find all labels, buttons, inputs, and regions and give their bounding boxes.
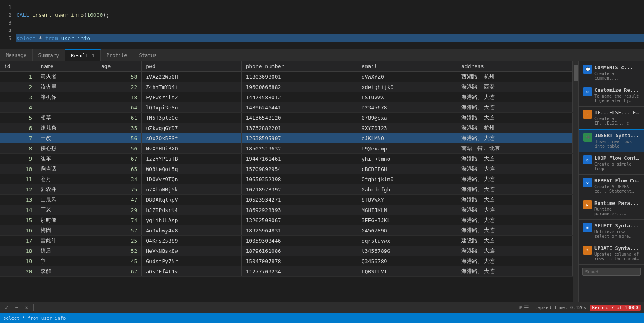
tab-summary[interactable]: Summary	[33, 49, 66, 61]
minus-icon[interactable]: −	[13, 303, 20, 312]
table-row[interactable]: 17雷此斗25O4KnsZs88910059308446dqrstuvwx建设路…	[0, 236, 573, 246]
panel-item-select[interactable]: ⊞ SELECT Synta... Retrieve rows select o…	[579, 220, 644, 242]
table-row[interactable]: 2汝火里22Z4hYTmYD4i19600666882xdefghijk0海港路…	[0, 82, 573, 92]
table-row[interactable]: 18慎后52HeVKNBsk8w18796161086t3456789G海港路,…	[0, 246, 573, 256]
table-cell: 10	[0, 164, 36, 174]
table-cell: 雷此斗	[36, 236, 97, 246]
col-header-id[interactable]: id	[0, 61, 36, 71]
table-cell: 海港路, 大连	[457, 184, 573, 195]
table-row[interactable]: 464lQ3xpi3eSu14896246441D2345678海港路, 大连	[0, 102, 573, 113]
table-cell: LSTUVWX	[357, 92, 457, 102]
tab-result1[interactable]: Result 1	[65, 49, 101, 61]
table-cell: 9XYZ0123	[357, 123, 457, 133]
panel-item-repeat[interactable]: ↺ REPEAT Flow Co... Create A REPEAT co..…	[579, 175, 644, 197]
table-cell: 南塘一街, 北京	[457, 143, 573, 154]
result-area[interactable]: id name age pwd phone_number email addre…	[0, 61, 573, 302]
table-header-row: id name age pwd phone_number email addre…	[0, 61, 573, 71]
panel-item-icon: ⚙	[583, 87, 592, 96]
panel-item-comments[interactable]: 💬 COMMENTS c... Create a comment...	[579, 61, 644, 84]
table-cell: WO3leQoi5q	[142, 164, 242, 174]
panel-item-text: IF...ELSE... Flow Create a IF...ELSE... …	[594, 110, 640, 125]
table-row[interactable]: 14丁老29bJZBPdsrl418692928393MGHIJKLN海港路, …	[0, 205, 573, 215]
table-row[interactable]: 12郭农并75u7XhmNMj5k107189783920abcdefgh海港路…	[0, 184, 573, 195]
tab-message[interactable]: Message	[0, 49, 33, 61]
table-row[interactable]: 6逢儿条35uZkwqqGYD7137328822019XYZ0123海港路, …	[0, 123, 573, 133]
table-cell: Z4hYTmYD4i	[142, 82, 242, 92]
table-cell: 海港路, 大连	[457, 266, 573, 277]
table-cell: 一改	[36, 133, 97, 143]
table-row[interactable]: 15那时像74yqlihlLAsp132625080673EFGHIJKL海港路…	[0, 215, 573, 225]
table-row[interactable]: 16梅因57Ao3Vhwy4v818925964831G456789G海港路, …	[0, 225, 573, 236]
col-header-email[interactable]: email	[357, 61, 457, 71]
result-table: id name age pwd phone_number email addre…	[0, 61, 573, 277]
panel-item-loop[interactable]: ↻ LOOP Flow Contr... Create a simple loo…	[579, 152, 644, 175]
panel-item-icon: ⚡	[583, 110, 592, 119]
code-content[interactable]: CALL insert_user_info(10000); select * f…	[16, 2, 644, 47]
table-cell: 汝火里	[36, 82, 97, 92]
col-header-address[interactable]: address	[457, 61, 573, 71]
col-header-age[interactable]: age	[97, 61, 141, 71]
table-cell: NvX9HUiBXO	[142, 143, 242, 154]
view-icons: ⊞ ☰	[519, 305, 529, 311]
table-row[interactable]: 13山最风47D8DARqlkpV105239342718TUVWXY海港路, …	[0, 195, 573, 205]
main-content: id name age pwd phone_number email addre…	[0, 61, 644, 302]
toolbar-separator	[33, 304, 34, 311]
list-view-icon[interactable]: ☰	[524, 305, 529, 311]
table-row[interactable]: 3籍机你18EyFwszjlt214474588012LSTUVWX海港路, 大…	[0, 92, 573, 102]
table-cell: 52	[97, 246, 141, 256]
panel-item-desc: Create A REPEAT co... Statement list is …	[594, 184, 640, 193]
table-cell: 5	[0, 113, 36, 123]
table-cell: 相草	[36, 113, 97, 123]
panel-item-customize[interactable]: ⚙ Customize Re... To name the result t g…	[579, 84, 644, 107]
panel-item-text: Customize Re... To name the result t gen…	[594, 87, 640, 103]
table-cell: 苍万	[36, 174, 97, 184]
table-cell: 8TUVWXY	[357, 195, 457, 205]
col-header-name[interactable]: name	[36, 61, 97, 71]
col-header-pwd[interactable]: pwd	[142, 61, 242, 71]
panel-item-insert[interactable]: ➕ INSERT Synta... Insert new rows into t…	[579, 129, 644, 152]
panel-search-input[interactable]	[582, 268, 641, 276]
check-icon[interactable]: ✓	[3, 303, 10, 312]
table-cell: 13262508067	[242, 215, 357, 225]
table-row[interactable]: 11苍万341D0Wvz9TQn10650352398Ofghijklm0海港路…	[0, 174, 573, 184]
table-cell: 李解	[36, 266, 97, 277]
table-cell: 15	[0, 215, 36, 225]
panel-item-desc: Create a comment...	[594, 71, 640, 80]
table-row[interactable]: 19争45GudstPy7Nr15047007878Q3456789海港路, 大…	[0, 256, 573, 266]
panel-item-runtime[interactable]: ▶ Runtime Para... Runtime parameter... r…	[579, 197, 644, 220]
table-scrollbar[interactable]	[573, 61, 578, 302]
table-row[interactable]: 1司火者58iVAZ22Wo0H11803698001qVWXYZ0西湖路, 杭…	[0, 71, 573, 82]
scroll-thumb[interactable]	[574, 65, 578, 81]
panel-item-icon: ↻	[583, 155, 592, 164]
close-icon[interactable]: ✕	[23, 303, 30, 312]
panel-item-title: IF...ELSE... Flow	[594, 110, 640, 116]
code-editor: 1 2 3 4 5 CALL insert_user_info(10000); …	[0, 0, 644, 49]
panel-item-text: INSERT Synta... Insert new rows into tab…	[595, 133, 639, 148]
table-row[interactable]: 8侠心想56NvX9HUiBXO18502519632t9@examp南塘一街,…	[0, 143, 573, 154]
table-cell: 2	[0, 82, 36, 92]
table-row[interactable]: 10鞠当话65WO3leQoi5q15709892954cBCDEFGH海港路,…	[0, 164, 573, 174]
tab-status[interactable]: Status	[133, 49, 163, 61]
table-row[interactable]: 7一改56sOx7Ox5ESf12638595907eJKLMNO海港路, 大连	[0, 133, 573, 143]
table-row[interactable]: 9崔车67IzzYYP1ufB19447161461yhijklmno海港路, …	[0, 154, 573, 164]
table-cell: lQ3xpi3eSu	[142, 102, 242, 113]
panel-item-desc: Insert new rows into table	[595, 139, 639, 148]
table-cell: 25	[97, 236, 141, 246]
panel-item-text: LOOP Flow Contr... Create a simple loop	[594, 155, 640, 171]
tab-profile[interactable]: Profile	[101, 49, 133, 61]
table-cell: bJZBPdsrl4	[142, 205, 242, 215]
panel-item-title: Customize Re...	[594, 87, 640, 93]
table-row[interactable]: 5相草61TN5T3pleOe141365481200789@exa海港路, 大…	[0, 113, 573, 123]
table-cell: 逢儿条	[36, 123, 97, 133]
col-header-phone[interactable]: phone_number	[242, 61, 357, 71]
table-cell: 海港路, 大连	[457, 195, 573, 205]
table-cell: 17	[0, 236, 36, 246]
panel-item-update[interactable]: ✎ UPDATE Synta... Updates columns of row…	[579, 242, 644, 265]
grid-view-icon[interactable]: ⊞	[519, 305, 522, 311]
table-cell: 1D0Wvz9TQn	[142, 174, 242, 184]
table-row[interactable]: 20李解67aOsDFf4t1v11277703234LQRSTUVI海港路, …	[0, 266, 573, 277]
panel-item-ifelse[interactable]: ⚡ IF...ELSE... Flow Create a IF...ELSE..…	[579, 107, 644, 129]
panel-item-icon: ▶	[583, 200, 592, 209]
table-cell: 15047007878	[242, 256, 357, 266]
table-cell: 13	[0, 195, 36, 205]
